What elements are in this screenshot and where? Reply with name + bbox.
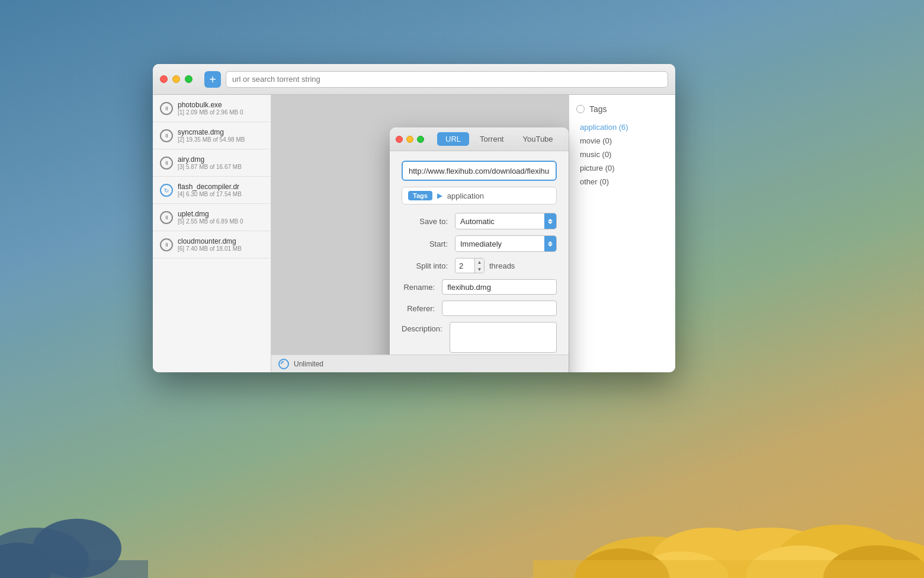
svg-rect-12 — [533, 560, 924, 578]
tag-item[interactable]: picture (0) — [576, 162, 668, 174]
description-label: Description: — [402, 322, 450, 333]
download-meta: [4] 6.30 MB of 17.54 MB — [178, 191, 264, 197]
download-list-item[interactable]: ⏸ photobulk.exe [1] 2.09 MB of 2.96 MB 0 — [153, 95, 271, 122]
description-input[interactable] — [450, 322, 557, 353]
download-name: cloudmounter.dmg — [178, 237, 264, 245]
add-download-button[interactable]: + — [204, 71, 221, 88]
download-list: ⏸ photobulk.exe [1] 2.09 MB of 2.96 MB 0… — [153, 95, 271, 372]
save-to-row: Save to: Automatic — [402, 213, 557, 229]
referer-input[interactable] — [442, 301, 557, 316]
download-status-icon: ⏸ — [160, 102, 173, 115]
arrow-up-icon — [548, 219, 553, 221]
download-name: photobulk.exe — [178, 101, 264, 109]
start-value: Immediately — [460, 239, 502, 248]
tab-torrent[interactable]: Torrent — [471, 132, 512, 146]
modal-maximize-button[interactable] — [417, 136, 424, 143]
download-list-item[interactable]: ↻ flash_decompiler.dr [4] 6.30 MB of 17.… — [153, 177, 271, 204]
url-input[interactable] — [402, 161, 557, 181]
title-bar: + — [153, 64, 675, 95]
start-arrow-up-icon — [548, 241, 553, 244]
svg-point-3 — [580, 537, 723, 578]
start-label: Start: — [402, 239, 455, 248]
start-select[interactable]: Immediately — [455, 235, 557, 252]
split-row: Split into: 2 ▲ ▼ threads — [402, 258, 557, 273]
center-content: URL Torrent YouTube Tags ▶ app — [271, 95, 569, 372]
download-list-item[interactable]: ⏸ uplet.dmg [5] 2.55 MB of 6.89 MB 0 — [153, 204, 271, 231]
svg-point-14 — [279, 359, 288, 369]
download-status-icon: ⏸ — [160, 211, 173, 224]
threads-row: 2 ▲ ▼ threads — [455, 258, 515, 273]
download-list-item[interactable]: ⏸ syncmate.dmg [2] 19.35 MB of 54.98 MB — [153, 122, 271, 149]
svg-point-5 — [693, 528, 847, 578]
maximize-button[interactable] — [185, 75, 192, 83]
status-text: Unlimited — [294, 360, 323, 368]
download-list-item[interactable]: ⏸ cloudmounter.dmg [6] 7.40 MB of 18.01 … — [153, 231, 271, 258]
tag-item[interactable]: application (6) — [576, 121, 668, 133]
start-row: Start: Immediately — [402, 235, 557, 252]
tags-panel: Tags application (6)movie (0)music (0)pi… — [569, 95, 675, 372]
download-meta: [5] 2.55 MB of 6.89 MB 0 — [178, 218, 264, 225]
status-icon — [278, 359, 289, 369]
stepper-up-button[interactable]: ▲ — [475, 258, 484, 266]
start-arrow-down-icon — [548, 244, 553, 247]
download-name: flash_decompiler.dr — [178, 183, 264, 191]
download-info: cloudmounter.dmg [6] 7.40 MB of 18.01 MB — [178, 237, 264, 252]
download-info: photobulk.exe [1] 2.09 MB of 2.96 MB 0 — [178, 101, 264, 116]
svg-point-7 — [829, 539, 924, 578]
save-to-arrows — [544, 213, 556, 229]
download-meta: [2] 19.35 MB of 54.98 MB — [178, 136, 264, 143]
minimize-button[interactable] — [172, 75, 180, 83]
rename-input[interactable] — [442, 279, 557, 295]
rename-label: Rename: — [402, 283, 442, 292]
svg-point-11 — [823, 545, 924, 578]
modal-minimize-button[interactable] — [406, 136, 413, 143]
modal-dialog: URL Torrent YouTube Tags ▶ app — [390, 127, 569, 372]
stepper-arrows: ▲ ▼ — [474, 258, 484, 273]
arrow-down-icon — [548, 222, 553, 224]
tags-value: application — [447, 191, 484, 200]
rename-row: Rename: — [402, 279, 557, 295]
start-arrows — [544, 236, 556, 251]
download-info: flash_decompiler.dr [4] 6.30 MB of 17.54… — [178, 183, 264, 197]
tags-row: Tags ▶ application — [402, 187, 557, 205]
download-status-icon: ↻ — [160, 184, 173, 197]
split-label: Split into: — [402, 261, 455, 270]
svg-point-0 — [0, 528, 89, 578]
modal-titlebar: URL Torrent YouTube — [390, 127, 569, 151]
save-to-select[interactable]: Automatic — [455, 213, 557, 229]
threads-stepper[interactable]: 2 ▲ ▼ — [455, 258, 485, 273]
tags-radio[interactable] — [576, 105, 585, 113]
tag-item[interactable]: other (0) — [576, 175, 668, 188]
save-to-value: Automatic — [460, 217, 495, 226]
svg-point-10 — [575, 548, 669, 578]
threads-value: 2 — [459, 261, 463, 270]
status-bar: Unlimited — [271, 355, 569, 372]
svg-rect-13 — [0, 560, 148, 578]
app-window: + ⏸ photobulk.exe [1] 2.09 MB of 2.96 MB… — [153, 64, 675, 372]
svg-point-9 — [746, 545, 853, 578]
stepper-down-button[interactable]: ▼ — [475, 266, 484, 273]
tab-url[interactable]: URL — [437, 132, 469, 146]
modal-body: Tags ▶ application Save to: Automatic — [390, 151, 569, 372]
tab-youtube[interactable]: YouTube — [514, 132, 561, 146]
svg-point-6 — [776, 525, 906, 578]
download-status-icon: ⏸ — [160, 238, 173, 251]
svg-point-4 — [652, 528, 770, 578]
download-meta: [3] 5.87 MB of 16.67 MB — [178, 164, 264, 170]
download-status-icon: ⏸ — [160, 157, 173, 170]
download-info: syncmate.dmg [2] 19.35 MB of 54.98 MB — [178, 128, 264, 143]
download-meta: [1] 2.09 MB of 2.96 MB 0 — [178, 109, 264, 116]
modal-close-button[interactable] — [396, 136, 403, 143]
description-row: Description: — [402, 322, 557, 353]
download-list-item[interactable]: ⏸ airy.dmg [3] 5.87 MB of 16.67 MB — [153, 149, 271, 177]
svg-point-2 — [0, 542, 53, 578]
referer-row: Referer: — [402, 301, 557, 316]
tag-item[interactable]: music (0) — [576, 148, 668, 161]
modal-tabs: URL Torrent YouTube — [437, 132, 562, 146]
download-name: uplet.dmg — [178, 210, 264, 218]
tag-item[interactable]: movie (0) — [576, 135, 668, 147]
referer-label: Referer: — [402, 304, 442, 313]
close-button[interactable] — [160, 75, 168, 83]
tags-badge: Tags — [408, 191, 432, 200]
search-input[interactable] — [226, 71, 668, 88]
